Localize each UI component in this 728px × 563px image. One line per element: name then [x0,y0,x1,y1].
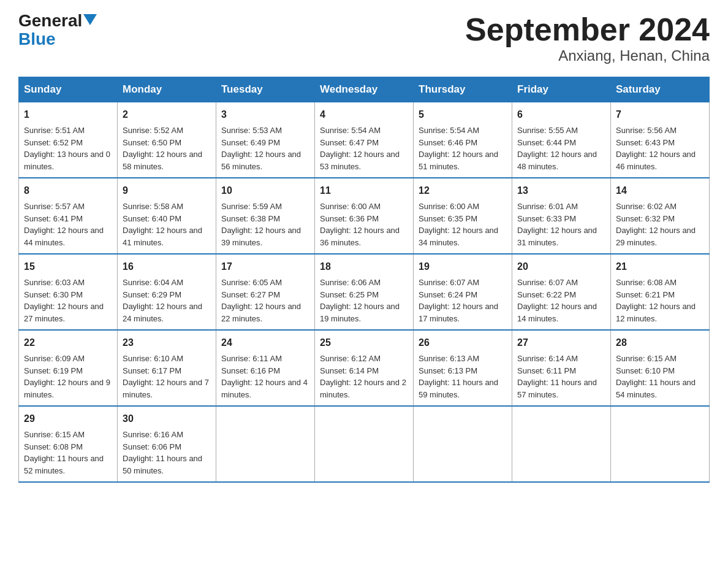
weekday-header-monday: Monday [118,77,216,102]
day-number: 8 [24,183,112,198]
day-info: Sunrise: 6:01 AMSunset: 6:33 PMDaylight:… [517,202,597,247]
logo-triangle-icon [83,14,97,25]
calendar-cell: 25Sunrise: 6:12 AMSunset: 6:14 PMDayligh… [315,330,414,406]
day-info: Sunrise: 6:00 AMSunset: 6:35 PMDaylight:… [419,202,498,247]
day-info: Sunrise: 5:54 AMSunset: 6:47 PMDaylight:… [320,126,400,171]
day-info: Sunrise: 5:55 AMSunset: 6:44 PMDaylight:… [517,126,597,171]
day-number: 10 [221,183,309,198]
calendar-cell: 11Sunrise: 6:00 AMSunset: 6:36 PMDayligh… [315,178,414,254]
day-number: 5 [419,107,507,122]
calendar-cell: 2Sunrise: 5:52 AMSunset: 6:50 PMDaylight… [118,102,216,178]
logo-general-text: General [18,12,82,29]
day-info: Sunrise: 6:07 AMSunset: 6:22 PMDaylight:… [517,278,597,323]
day-info: Sunrise: 6:05 AMSunset: 6:27 PMDaylight:… [221,278,301,323]
calendar-subtitle: Anxiang, Henan, China [465,47,710,64]
day-info: Sunrise: 6:12 AMSunset: 6:14 PMDaylight:… [320,354,406,399]
day-number: 24 [221,335,309,350]
day-info: Sunrise: 5:52 AMSunset: 6:50 PMDaylight:… [123,126,202,171]
calendar-title: September 2024 [465,12,710,47]
day-info: Sunrise: 5:57 AMSunset: 6:41 PMDaylight:… [24,202,104,247]
day-number: 7 [616,107,704,122]
calendar-cell: 28Sunrise: 6:15 AMSunset: 6:10 PMDayligh… [611,330,710,406]
day-number: 12 [419,183,507,198]
day-info: Sunrise: 6:07 AMSunset: 6:24 PMDaylight:… [419,278,498,323]
calendar-cell: 22Sunrise: 6:09 AMSunset: 6:19 PMDayligh… [19,330,118,406]
day-number: 15 [24,259,112,274]
day-number: 30 [123,412,211,426]
calendar-cell: 5Sunrise: 5:54 AMSunset: 6:46 PMDaylight… [414,102,512,178]
day-info: Sunrise: 5:59 AMSunset: 6:38 PMDaylight:… [221,202,301,247]
calendar-cell: 9Sunrise: 5:58 AMSunset: 6:40 PMDaylight… [118,178,216,254]
calendar-cell: 19Sunrise: 6:07 AMSunset: 6:24 PMDayligh… [414,254,512,330]
day-info: Sunrise: 6:15 AMSunset: 6:10 PMDaylight:… [616,354,696,399]
day-info: Sunrise: 6:10 AMSunset: 6:17 PMDaylight:… [123,354,209,399]
calendar-cell: 3Sunrise: 5:53 AMSunset: 6:49 PMDaylight… [216,102,315,178]
day-info: Sunrise: 6:06 AMSunset: 6:25 PMDaylight:… [320,278,400,323]
calendar-week-row: 22Sunrise: 6:09 AMSunset: 6:19 PMDayligh… [19,330,710,406]
day-number: 21 [616,259,704,274]
day-number: 11 [320,183,408,198]
logo-blue-text: Blue [18,29,56,49]
day-info: Sunrise: 6:04 AMSunset: 6:29 PMDaylight:… [123,278,202,323]
day-info: Sunrise: 6:15 AMSunset: 6:08 PMDaylight:… [24,430,104,475]
day-number: 16 [123,259,211,274]
calendar-cell [315,406,414,482]
title-block: September 2024 Anxiang, Henan, China [465,12,710,64]
calendar-cell [611,406,710,482]
day-number: 18 [320,259,408,274]
day-info: Sunrise: 6:14 AMSunset: 6:11 PMDaylight:… [517,354,597,399]
day-number: 22 [24,335,112,350]
calendar-cell: 18Sunrise: 6:06 AMSunset: 6:25 PMDayligh… [315,254,414,330]
day-info: Sunrise: 5:53 AMSunset: 6:49 PMDaylight:… [221,126,301,171]
day-number: 29 [24,412,112,426]
day-info: Sunrise: 6:16 AMSunset: 6:06 PMDaylight:… [123,430,202,475]
calendar-week-row: 8Sunrise: 5:57 AMSunset: 6:41 PMDaylight… [19,178,710,254]
svg-marker-0 [83,14,97,25]
day-info: Sunrise: 5:56 AMSunset: 6:43 PMDaylight:… [616,126,696,171]
calendar-cell: 29Sunrise: 6:15 AMSunset: 6:08 PMDayligh… [19,406,118,482]
calendar-cell: 27Sunrise: 6:14 AMSunset: 6:11 PMDayligh… [512,330,611,406]
calendar-cell: 21Sunrise: 6:08 AMSunset: 6:21 PMDayligh… [611,254,710,330]
calendar-week-row: 29Sunrise: 6:15 AMSunset: 6:08 PMDayligh… [19,406,710,482]
day-number: 20 [517,259,605,274]
weekday-header-friday: Friday [512,77,611,102]
calendar-cell: 16Sunrise: 6:04 AMSunset: 6:29 PMDayligh… [118,254,216,330]
day-number: 9 [123,183,211,198]
day-info: Sunrise: 6:00 AMSunset: 6:36 PMDaylight:… [320,202,400,247]
day-number: 19 [419,259,507,274]
page-header: General Blue September 2024 Anxiang, Hen… [18,12,710,64]
calendar-cell: 17Sunrise: 6:05 AMSunset: 6:27 PMDayligh… [216,254,315,330]
day-number: 14 [616,183,704,198]
day-number: 17 [221,259,309,274]
calendar-cell [512,406,611,482]
calendar-cell: 4Sunrise: 5:54 AMSunset: 6:47 PMDaylight… [315,102,414,178]
day-number: 25 [320,335,408,350]
day-number: 27 [517,335,605,350]
calendar-week-row: 1Sunrise: 5:51 AMSunset: 6:52 PMDaylight… [19,102,710,178]
day-number: 2 [123,107,211,122]
calendar-cell [414,406,512,482]
day-info: Sunrise: 5:51 AMSunset: 6:52 PMDaylight:… [24,126,110,171]
day-info: Sunrise: 6:02 AMSunset: 6:32 PMDaylight:… [616,202,696,247]
day-number: 3 [221,107,309,122]
weekday-header-saturday: Saturday [611,77,710,102]
weekday-header-sunday: Sunday [19,77,118,102]
day-number: 6 [517,107,605,122]
calendar-cell: 26Sunrise: 6:13 AMSunset: 6:13 PMDayligh… [414,330,512,406]
day-number: 1 [24,107,112,122]
day-number: 13 [517,183,605,198]
day-info: Sunrise: 6:09 AMSunset: 6:19 PMDaylight:… [24,354,110,399]
calendar-cell: 7Sunrise: 5:56 AMSunset: 6:43 PMDaylight… [611,102,710,178]
calendar-cell: 30Sunrise: 6:16 AMSunset: 6:06 PMDayligh… [118,406,216,482]
weekday-header-tuesday: Tuesday [216,77,315,102]
calendar-cell: 1Sunrise: 5:51 AMSunset: 6:52 PMDaylight… [19,102,118,178]
day-info: Sunrise: 6:11 AMSunset: 6:16 PMDaylight:… [221,354,308,399]
day-info: Sunrise: 6:03 AMSunset: 6:30 PMDaylight:… [24,278,104,323]
logo: General Blue [18,12,97,49]
calendar-cell: 8Sunrise: 5:57 AMSunset: 6:41 PMDaylight… [19,178,118,254]
calendar-cell: 13Sunrise: 6:01 AMSunset: 6:33 PMDayligh… [512,178,611,254]
day-number: 4 [320,107,408,122]
weekday-header-thursday: Thursday [414,77,512,102]
day-number: 26 [419,335,507,350]
day-number: 23 [123,335,211,350]
